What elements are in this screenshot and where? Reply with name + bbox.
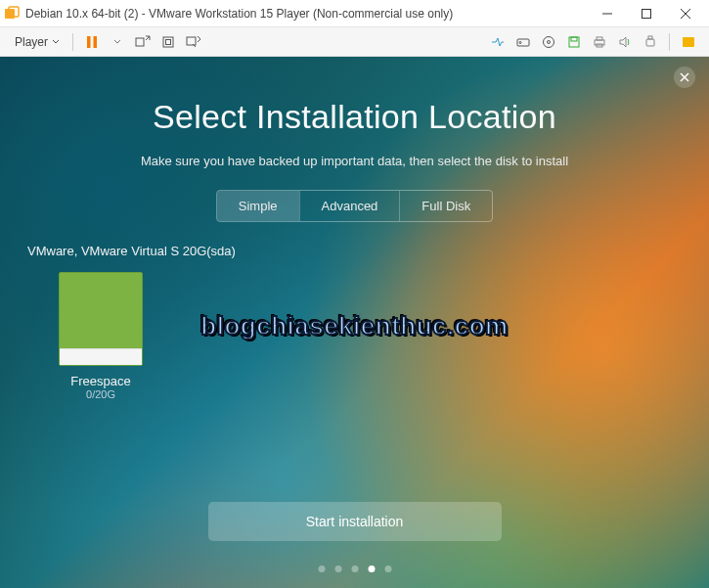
disk-name: Freespace [70, 374, 130, 388]
toolbar-separator [669, 33, 670, 51]
pause-vm-button[interactable] [81, 31, 103, 53]
minimize-button[interactable] [588, 0, 627, 27]
svg-rect-8 [136, 38, 144, 46]
chevron-down-icon [52, 38, 60, 46]
hard-disk-icon[interactable] [512, 31, 534, 53]
progress-dot [351, 565, 358, 572]
progress-dot [384, 565, 391, 572]
disk-summary: VMware, VMware Virtual S 20G(sda) [27, 244, 236, 258]
svg-rect-9 [163, 37, 173, 47]
floppy-icon[interactable] [563, 31, 585, 53]
svg-rect-19 [597, 37, 602, 40]
svg-rect-7 [94, 36, 98, 48]
progress-dots [318, 565, 391, 572]
tab-advanced[interactable]: Advanced [299, 191, 400, 221]
svg-rect-10 [166, 39, 171, 44]
progress-dot-active [368, 565, 375, 572]
vm-display: Select Installation Location Make sure y… [0, 57, 709, 588]
svg-point-13 [519, 41, 521, 43]
message-log-icon[interactable] [678, 31, 699, 53]
svg-point-15 [548, 40, 551, 43]
install-mode-tabs: Simple Advanced Full Disk [216, 190, 493, 222]
cd-dvd-icon[interactable] [538, 31, 559, 53]
unity-mode-button[interactable] [183, 31, 204, 53]
sound-icon[interactable] [614, 31, 636, 53]
svg-rect-23 [683, 37, 694, 47]
svg-rect-11 [187, 37, 196, 45]
svg-point-14 [544, 36, 554, 47]
progress-dot [334, 565, 341, 572]
window-title: Debian 10.x 64-bit (2) - VMware Workstat… [25, 7, 588, 21]
page-title: Select Installation Location [153, 98, 556, 136]
player-menu-label: Player [15, 35, 48, 49]
progress-dot [318, 565, 325, 572]
tab-simple[interactable]: Simple [217, 191, 299, 221]
network-adapter-icon[interactable] [487, 31, 509, 53]
send-ctrl-alt-del-button[interactable] [132, 31, 154, 53]
maximize-button[interactable] [627, 0, 666, 27]
svg-rect-21 [646, 39, 654, 46]
svg-rect-3 [643, 9, 651, 18]
pause-dropdown[interactable] [107, 31, 128, 53]
svg-rect-22 [648, 36, 652, 39]
svg-rect-6 [87, 36, 91, 48]
start-installation-button[interactable]: Start installation [208, 502, 502, 541]
printer-icon[interactable] [589, 31, 610, 53]
vmware-toolbar: Player [0, 27, 709, 57]
tab-full-disk[interactable]: Full Disk [399, 191, 492, 221]
disk-tile[interactable]: Freespace 0/20G [59, 272, 143, 400]
usb-icon[interactable] [640, 31, 661, 53]
toolbar-separator [72, 33, 73, 51]
close-button[interactable] [666, 0, 705, 27]
window-controls [588, 0, 705, 27]
window-titlebar: Debian 10.x 64-bit (2) - VMware Workstat… [0, 0, 709, 27]
vmware-app-icon [4, 6, 20, 22]
page-subtitle: Make sure you have backed up important d… [141, 154, 568, 168]
fullscreen-button[interactable] [157, 31, 179, 53]
disk-capacity: 0/20G [86, 388, 115, 400]
disk-drive-icon [59, 272, 143, 366]
svg-rect-17 [571, 37, 577, 41]
player-menu[interactable]: Player [8, 32, 66, 52]
